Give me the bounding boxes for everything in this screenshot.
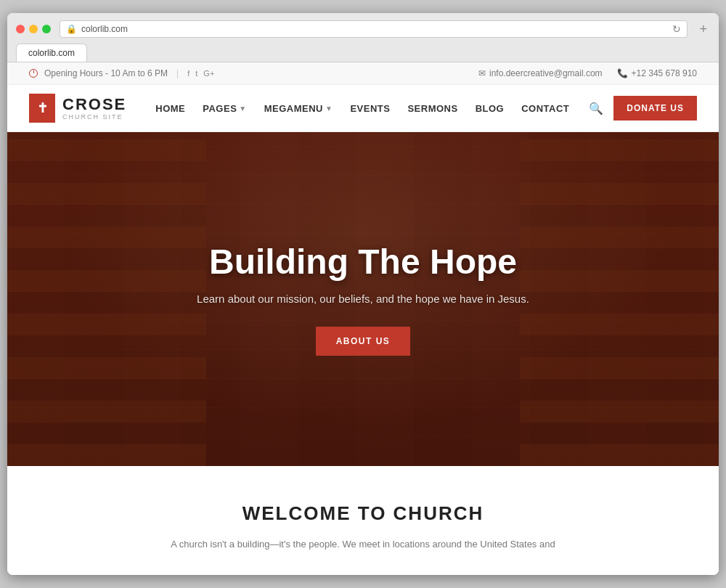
logo-text: CROSE CHURCH SITE xyxy=(62,96,126,121)
email-contact: ✉ info.deercreative@gmail.com xyxy=(478,68,603,78)
top-bar-right: ✉ info.deercreative@gmail.com 📞 +12 345 … xyxy=(478,68,697,78)
facebook-icon[interactable]: f xyxy=(187,69,189,78)
browser-dots xyxy=(16,25,51,33)
nav-events[interactable]: EVENTS xyxy=(343,97,397,120)
nav-pages[interactable]: PAGES ▼ xyxy=(195,97,253,120)
pew-left xyxy=(7,132,206,466)
hero-section: Building The Hope Learn about our missio… xyxy=(7,132,719,466)
new-tab-button[interactable]: + xyxy=(696,22,710,37)
search-icon[interactable]: 🔍 xyxy=(586,99,606,118)
cross-icon: ✝ xyxy=(37,100,48,116)
hero-content: Building The Hope Learn about our missio… xyxy=(182,229,544,371)
navbar: ✝ CROSE CHURCH SITE HOME PAGES ▼ MEGAMEN… xyxy=(7,85,719,132)
active-tab[interactable]: colorlib.com xyxy=(16,44,87,62)
top-bar: Opening Hours - 10 Am to 6 PM | f t G+ ✉… xyxy=(7,62,719,85)
hours-info: Opening Hours - 10 Am to 6 PM xyxy=(29,68,168,78)
url-text: colorlib.com xyxy=(81,24,128,34)
nav-right: 🔍 DONATE US xyxy=(586,96,697,121)
close-button[interactable] xyxy=(16,25,25,33)
nav-home[interactable]: HOME xyxy=(148,97,192,120)
hero-subtitle: Learn about our mission, our beliefs, an… xyxy=(197,293,529,305)
welcome-title: WELCOME TO CHURCH xyxy=(29,502,697,525)
minimize-button[interactable] xyxy=(29,25,38,33)
address-bar[interactable]: 🔒 colorlib.com ↻ xyxy=(60,20,688,38)
welcome-text: A church isn't a building—it's the peopl… xyxy=(152,536,574,552)
nav-contact[interactable]: CONTACT xyxy=(514,97,576,120)
nav-blog[interactable]: BLOG xyxy=(468,97,512,120)
phone-text: +12 345 678 910 xyxy=(632,68,697,78)
divider: | xyxy=(176,68,179,78)
nav-megamenu[interactable]: MEGAMENU ▼ xyxy=(257,97,340,120)
email-icon: ✉ xyxy=(478,68,486,78)
phone-icon: 📞 xyxy=(617,68,628,78)
browser-tabs: colorlib.com xyxy=(16,44,710,62)
refresh-button[interactable]: ↻ xyxy=(672,23,681,35)
nav-links: HOME PAGES ▼ MEGAMENU ▼ EVENTS SERMONS B… xyxy=(148,97,586,120)
maximize-button[interactable] xyxy=(42,25,51,33)
welcome-section: WELCOME TO CHURCH A church isn't a build… xyxy=(7,466,719,574)
nav-sermons[interactable]: SERMONS xyxy=(400,97,465,120)
logo-sub: CHURCH SITE xyxy=(62,114,126,121)
lock-icon: 🔒 xyxy=(66,24,77,34)
googleplus-icon[interactable]: G+ xyxy=(203,69,214,78)
tab-label: colorlib.com xyxy=(28,48,75,58)
hero-title: Building The Hope xyxy=(197,243,529,282)
donate-button[interactable]: DONATE US xyxy=(613,96,697,121)
clock-icon xyxy=(29,69,38,78)
pew-right xyxy=(520,132,719,466)
about-us-button[interactable]: ABOUT US xyxy=(316,327,411,356)
email-text: info.deercreative@gmail.com xyxy=(489,68,603,78)
logo-icon: ✝ xyxy=(29,94,55,123)
megamenu-arrow: ▼ xyxy=(325,105,333,113)
hours-text: Opening Hours - 10 Am to 6 PM xyxy=(44,68,168,78)
website-content: Opening Hours - 10 Am to 6 PM | f t G+ ✉… xyxy=(7,62,719,574)
browser-chrome: 🔒 colorlib.com ↻ + colorlib.com xyxy=(7,13,719,62)
logo[interactable]: ✝ CROSE CHURCH SITE xyxy=(29,94,126,123)
logo-name: CROSE xyxy=(62,96,126,113)
twitter-icon[interactable]: t xyxy=(195,69,197,78)
phone-contact: 📞 +12 345 678 910 xyxy=(617,68,697,78)
social-links: f t G+ xyxy=(187,69,214,78)
browser-window: 🔒 colorlib.com ↻ + colorlib.com Opening … xyxy=(7,13,719,574)
pages-arrow: ▼ xyxy=(239,105,246,113)
top-bar-left: Opening Hours - 10 Am to 6 PM | f t G+ xyxy=(29,68,214,78)
browser-controls: 🔒 colorlib.com ↻ + xyxy=(16,20,710,38)
